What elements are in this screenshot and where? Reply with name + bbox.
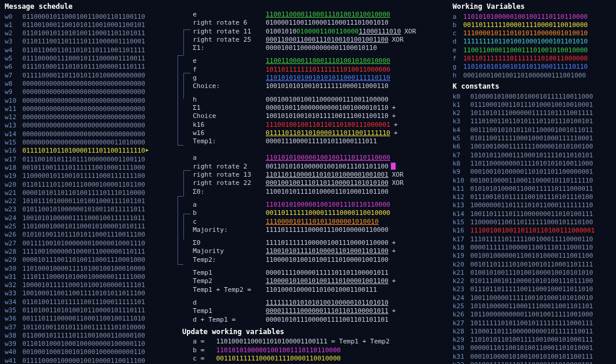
k-bits: 01010101000011000111110111000011 xyxy=(470,185,593,193)
message-schedule-row: w4000100010001001010001000000000110 xyxy=(5,348,175,356)
wv-label: g xyxy=(453,63,463,71)
k-label: k14 xyxy=(453,210,470,218)
w-bits: 11000001011001011111000111111100 xyxy=(22,172,145,180)
message-schedule-row: w2700111100101000000010000010001110 xyxy=(5,240,175,248)
working-var-row: d11111111011010010001000101101010 xyxy=(453,38,611,46)
working-var-row: h00010001001001101000000111001000 xyxy=(453,72,611,80)
e2-label: e xyxy=(193,57,266,65)
message-schedule-row: w3210000101111100010100100000111101 xyxy=(5,281,175,289)
k-constant-row: k2101001010011101001000010010101010 xyxy=(453,269,611,277)
w-label: w36 xyxy=(5,315,22,323)
k-label: k0 xyxy=(453,93,470,101)
message-schedule-row: w800000000000000000000000000000000 xyxy=(5,80,175,88)
k-label: k30 xyxy=(453,344,470,352)
wv-label: a xyxy=(453,13,463,21)
k-constant-row: k710101011000111000101111011010101 xyxy=(453,151,611,160)
message-schedule-row: w2410010101000001111000100111111011 xyxy=(5,214,175,223)
k-bits: 11010101101001111001000101000111 xyxy=(470,336,593,344)
message-schedule-row: w3901101010001000100000000100000110 xyxy=(5,340,175,348)
message-schedule-row: w1601111011011010000111011001111110 ➤ xyxy=(5,147,175,155)
k-constant-row: k2301110110111110011000100011011010 xyxy=(453,285,611,294)
k-constant-row: k501011001111100010001000111110001 xyxy=(453,134,611,143)
k-label: k15 xyxy=(453,218,470,227)
w-label: w40 xyxy=(5,348,22,356)
message-schedule-row: w601110100011101010111000001110111 xyxy=(5,63,175,71)
w-label: w4 xyxy=(5,46,22,55)
k-bits: 10011011110111000000011010100111 xyxy=(470,210,593,218)
wv-bits: 11001100001100011101001010010000 xyxy=(463,46,588,55)
w-bits: 01101111011001110000100001101100 xyxy=(22,181,145,189)
k-constant-row: k610010010001111111000001010100100 xyxy=(453,143,611,151)
w-label: w19 xyxy=(5,172,22,180)
g-label: g xyxy=(193,74,266,82)
k-bits: 00111001010101101100001001011011 xyxy=(470,126,593,134)
k-bits: 00001111110000011001110111000110 xyxy=(470,244,593,252)
w16-use-label: w16 xyxy=(193,129,266,137)
k-bits: 01001010011101001000010010101010 xyxy=(470,269,593,277)
k-bits: 00000110110010100110001101010001 xyxy=(470,344,593,352)
k-bits: 10101011000111000101111011010101 xyxy=(470,151,593,160)
e-label: e xyxy=(193,11,266,19)
w-bits: 00000000000000000000000000000000 xyxy=(22,88,145,96)
k-bits: 00010100001010010010100101100111 xyxy=(470,353,593,361)
k-label: k23 xyxy=(453,285,470,294)
k-label: k24 xyxy=(453,294,470,302)
k-bits: 11011000000001111010101010011000 xyxy=(470,160,593,168)
k-constant-row: k3100010100001010010010100101100111 xyxy=(453,353,611,361)
message-schedule-row: w3401101001110111110011100011111101 xyxy=(5,298,175,306)
w-bits: 00001010110110100111101110110000 xyxy=(22,189,145,197)
k-bits: 11000001100110111111000101110100 xyxy=(470,218,593,227)
w-label: w32 xyxy=(5,281,22,289)
w-label: w34 xyxy=(5,298,22,306)
wv-label: b xyxy=(453,21,463,29)
w-bits: 00001011100110100110001110001000 xyxy=(22,256,145,264)
k-bits: 11101111101111100100011110000110 xyxy=(470,235,593,244)
wv-bits: 11111111011010010001000101101010 xyxy=(463,38,588,46)
k-constant-row: k1101010101000011000111110111000011 xyxy=(453,185,611,193)
w-bits: 01101100011011010110111001101111 xyxy=(22,46,145,55)
w-bits: 00000000000000000000000000000000 xyxy=(22,80,145,88)
working-var-row: f10110111111101111111010011000000 xyxy=(453,55,611,63)
h-label: h xyxy=(193,96,266,104)
k-label: k16 xyxy=(453,227,470,235)
choice-bits: 10010101010010111111000011000110 xyxy=(266,82,389,90)
w-bits: 10110100110101110011111101010000 xyxy=(22,323,145,332)
k-constant-row: k1611100100100110110110100111000001 xyxy=(453,227,611,235)
a-label: a xyxy=(193,154,266,162)
temp1-use2-label: Temp1 xyxy=(193,307,266,315)
w-bits: 01011001010000001010011011111011 xyxy=(22,205,145,214)
message-schedule-row: w2100001010110110100111101110110000 xyxy=(5,189,175,197)
w-bits: 10000101111100010100100000111101 xyxy=(22,281,145,289)
message-schedule-row: w2511010001000101100010100001010111 xyxy=(5,223,175,231)
k-constant-row: k2410011000001111100101000101010010 xyxy=(453,294,611,302)
working-var-row: e11001100001100011101001010010000 xyxy=(453,46,611,55)
w-label: w2 xyxy=(5,29,22,38)
w-bits: 01111000011011010110100000000000 xyxy=(22,72,145,80)
w-label: w7 xyxy=(5,72,22,80)
k-label: k8 xyxy=(453,160,470,168)
w-label: w33 xyxy=(5,289,22,298)
k-label: k20 xyxy=(453,261,470,269)
message-schedule-row: w3710110100110101110011111101010000 xyxy=(5,323,175,332)
k-bits: 00100100000011001010000111001100 xyxy=(470,252,593,260)
w-bits: 11101110000101000100000011111000 xyxy=(22,273,145,281)
w-label: w13 xyxy=(5,122,22,130)
k-constant-row: k900010010100000110101101100000001 xyxy=(453,168,611,176)
rr25-label: right rotate 25 xyxy=(193,36,266,44)
k-label: k7 xyxy=(453,151,470,160)
message-schedule-row: w001100001011000100110001101100110 xyxy=(5,13,175,21)
a2-label: a xyxy=(193,201,266,209)
k-label: k32 xyxy=(453,361,470,364)
k-label: k27 xyxy=(453,319,470,328)
w-label: w10 xyxy=(5,97,22,105)
sigma1-bits: 00001001100000000001100010110 xyxy=(266,44,377,52)
k-label: k31 xyxy=(453,353,470,361)
message-schedule-row: w2301011001010000001010011011111011 xyxy=(5,205,175,214)
b-label: b xyxy=(193,209,266,217)
w-label: w24 xyxy=(5,214,22,223)
k-bits: 01000010100010100010111110011000 xyxy=(470,93,593,101)
e-bits: 11001100001100011101001010010000 xyxy=(266,11,390,19)
message-schedule-row: w2601010100110111010110001110011100 xyxy=(5,231,175,239)
w-label: w6 xyxy=(5,63,22,71)
k-constant-row: k1511000001100110111111000101110100 xyxy=(453,218,611,227)
